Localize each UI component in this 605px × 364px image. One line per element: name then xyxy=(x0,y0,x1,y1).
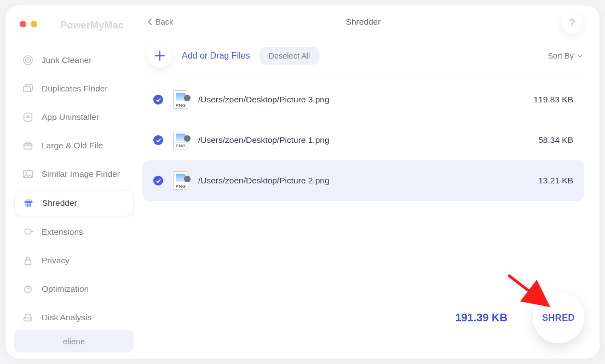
plus-icon xyxy=(154,50,166,62)
file-path: /Users/zoen/Desktop/Picture 3.png xyxy=(198,95,330,105)
sidebar-item-label: Optimization xyxy=(42,284,89,294)
total-size: 191.39 KB xyxy=(455,311,508,324)
sidebar-item-app-uninstaller[interactable]: App Uninstaller xyxy=(14,105,134,130)
sidebar-item-disk-analysis[interactable]: Disk Analysis xyxy=(14,305,134,330)
check-icon xyxy=(155,178,162,184)
shredder-icon xyxy=(22,197,34,209)
sidebar: PowerMyMac Junk Cleaner Duplicates Finde… xyxy=(5,5,142,359)
svg-point-7 xyxy=(26,172,27,174)
svg-point-2 xyxy=(27,60,29,61)
close-dot[interactable] xyxy=(20,21,26,27)
main-panel: Back Shredder ? Add or Drag Files Desele… xyxy=(142,5,600,359)
svg-rect-3 xyxy=(24,86,31,91)
svg-rect-8 xyxy=(25,200,33,203)
file-type-icon: PNG xyxy=(173,131,188,149)
file-type-icon: PNG xyxy=(173,171,188,190)
sidebar-item-duplicates-finder[interactable]: Duplicates Finder xyxy=(14,76,134,101)
file-ext-label: PNG xyxy=(174,183,188,189)
svg-rect-5 xyxy=(24,143,32,149)
chevron-down-icon xyxy=(577,53,583,59)
plug-icon xyxy=(22,226,34,238)
back-label: Back xyxy=(155,18,173,26)
file-row[interactable]: PNG /Users/zoen/Desktop/Picture 3.png 11… xyxy=(142,79,584,120)
back-button[interactable]: Back xyxy=(147,18,173,26)
image-icon xyxy=(22,168,34,180)
sidebar-item-extensions[interactable]: Extensions xyxy=(14,219,134,245)
brand-title: PowerMyMac xyxy=(60,20,142,31)
disk-icon xyxy=(22,311,34,323)
file-list: PNG /Users/zoen/Desktop/Picture 3.png 11… xyxy=(142,77,584,203)
sidebar-item-label: Disk Analysis xyxy=(42,313,91,322)
add-files-button[interactable] xyxy=(148,44,172,68)
box-icon xyxy=(22,140,34,152)
sidebar-item-label: Shredder xyxy=(42,198,77,208)
lock-icon xyxy=(22,255,34,267)
sidebar-item-junk-cleaner[interactable]: Junk Cleaner xyxy=(14,48,134,73)
sort-by-button[interactable]: Sort By xyxy=(548,51,583,60)
sidebar-item-label: Duplicates Finder xyxy=(42,84,108,94)
deselect-all-button[interactable]: Deselect All xyxy=(260,47,319,65)
file-type-icon: PNG xyxy=(173,90,188,109)
topbar: Back Shredder ? xyxy=(142,5,584,38)
user-pill[interactable]: eliene xyxy=(14,330,134,353)
svg-rect-4 xyxy=(24,113,32,122)
svg-rect-10 xyxy=(25,260,31,264)
sidebar-item-label: Extensions xyxy=(42,227,83,237)
sidebar-item-label: App Uninstaller xyxy=(42,112,99,122)
sidebar-nav: Junk Cleaner Duplicates Finder App Unins… xyxy=(5,48,142,330)
sidebar-item-label: Privacy xyxy=(42,256,70,265)
sidebar-item-optimization[interactable]: Optimization xyxy=(14,276,134,302)
svg-point-13 xyxy=(30,319,31,320)
sidebar-item-shredder[interactable]: Shredder xyxy=(14,190,134,216)
file-ext-label: PNG xyxy=(174,142,188,149)
toolbar: Add or Drag Files Deselect All Sort By xyxy=(142,38,584,77)
sidebar-item-large-old-file[interactable]: Large & Old File xyxy=(14,133,134,158)
row-checkbox[interactable] xyxy=(153,135,163,145)
sidebar-item-privacy[interactable]: Privacy xyxy=(14,248,134,273)
folders-icon xyxy=(22,83,34,95)
help-button[interactable]: ? xyxy=(561,12,583,34)
app-icon xyxy=(22,111,34,123)
check-icon xyxy=(155,137,162,143)
check-icon xyxy=(155,97,162,103)
file-size: 119.83 KB xyxy=(534,95,573,105)
file-row[interactable]: PNG /Users/zoen/Desktop/Picture 1.png 58… xyxy=(142,120,584,160)
file-size: 58.34 KB xyxy=(538,135,573,145)
add-files-label[interactable]: Add or Drag Files xyxy=(182,51,250,61)
footer: 191.39 KB SHRED xyxy=(142,292,584,359)
minimize-dot[interactable] xyxy=(31,21,37,27)
page-title: Shredder xyxy=(346,17,381,27)
sidebar-item-label: Large & Old File xyxy=(42,141,103,151)
row-checkbox[interactable] xyxy=(153,95,163,105)
chevron-left-icon xyxy=(147,19,153,25)
row-checkbox[interactable] xyxy=(153,176,163,186)
bean-icon xyxy=(22,283,34,295)
sidebar-item-label: Junk Cleaner xyxy=(42,55,91,65)
target-icon xyxy=(22,54,34,66)
shred-button[interactable]: SHRED xyxy=(533,292,584,343)
sort-label: Sort By xyxy=(548,51,574,60)
svg-point-11 xyxy=(28,286,31,289)
sidebar-item-similar-image-finder[interactable]: Similar Image Finder xyxy=(14,161,134,187)
file-ext-label: PNG xyxy=(174,102,188,108)
file-size: 13.21 KB xyxy=(538,176,573,186)
app-window: PowerMyMac Junk Cleaner Duplicates Finde… xyxy=(5,5,600,359)
file-path: /Users/zoen/Desktop/Picture 1.png xyxy=(198,135,330,145)
file-path: /Users/zoen/Desktop/Picture 2.png xyxy=(198,176,330,186)
sidebar-item-label: Similar Image Finder xyxy=(42,169,120,179)
file-row[interactable]: PNG /Users/zoen/Desktop/Picture 2.png 13… xyxy=(142,160,584,201)
window-controls xyxy=(20,21,37,27)
svg-rect-9 xyxy=(25,229,31,234)
